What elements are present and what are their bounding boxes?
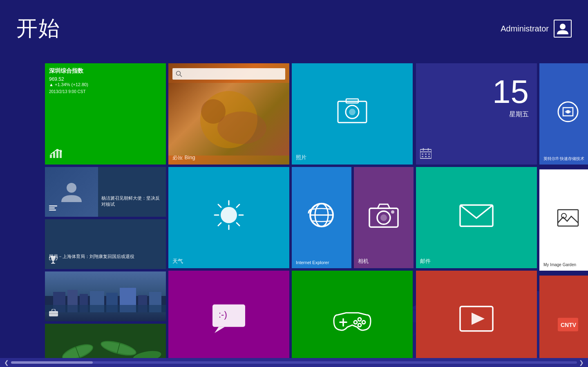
svg-line-51 (237, 205, 239, 207)
svg-text::-): :-) (219, 309, 227, 320)
bing-tile[interactable]: 必应 Bing (168, 63, 289, 165)
svg-point-79 (380, 214, 387, 221)
svg-rect-98 (422, 153, 423, 155)
svg-rect-3 (50, 155, 52, 158)
col-2: 必应 Bing (168, 63, 289, 367)
svg-point-110 (566, 110, 570, 113)
svg-rect-4 (53, 152, 55, 158)
svg-line-49 (218, 205, 221, 207)
calendar-day: 星期五 (509, 110, 529, 119)
svg-point-83 (358, 318, 361, 321)
photo-icon (336, 97, 369, 127)
start-title: 开始 (16, 14, 60, 43)
news-tile-3[interactable] (45, 271, 166, 321)
svg-point-84 (362, 320, 365, 324)
svg-marker-54 (215, 327, 225, 333)
calendar-icon (420, 148, 431, 160)
games-tile[interactable]: 游戏 (292, 271, 413, 367)
user-name: Administrator (501, 24, 549, 33)
search-icon (176, 71, 182, 77)
ie-label: Internet Explorer (296, 260, 329, 265)
svg-rect-13 (51, 263, 55, 264)
camera-tile[interactable]: 相机 (354, 167, 414, 268)
svg-point-86 (354, 320, 357, 324)
svg-point-8 (67, 183, 76, 193)
myimage-tile[interactable]: My Image Garden (539, 169, 588, 271)
myimage-label: My Image Garden (543, 262, 576, 267)
scroll-left-arrow[interactable]: ❮ (4, 359, 9, 366)
finance-value: 969.52 (49, 76, 64, 82)
svg-rect-99 (425, 153, 427, 155)
video-tile[interactable]: 视频 (416, 271, 537, 367)
svg-point-72 (349, 109, 355, 115)
news-tile-2[interactable]: 网易－上海体育局：刘翔康复回国后或退役 (45, 219, 166, 269)
briefcase-icon (49, 309, 58, 318)
bing-image (168, 83, 289, 156)
cntv-tile[interactable]: CNTV CNTV-CBox 客户端 (539, 276, 588, 367)
ie-tile[interactable]: Internet Explorer (292, 167, 351, 268)
intel-skydrive-row: 英特尔® 快速存储技术 SkyDrive (539, 63, 588, 165)
ie-icon (305, 199, 338, 233)
camera-icon (367, 201, 400, 231)
svg-point-44 (221, 207, 237, 223)
svg-rect-10 (49, 207, 55, 209)
svg-rect-9 (49, 205, 57, 207)
finance-date: 2013/2/13 9:00 CST (49, 89, 86, 94)
chart-icon (49, 147, 64, 160)
trophy-icon (49, 255, 57, 266)
svg-rect-102 (425, 156, 427, 157)
table-icon (49, 205, 57, 214)
finance-change: ▲ +1.34% (+12.80) (49, 82, 88, 87)
svg-text:CNTV: CNTV (561, 322, 577, 328)
calendar-number: 15 (492, 76, 529, 108)
scroll-right-arrow[interactable]: ❯ (579, 359, 584, 366)
svg-point-43 (217, 111, 266, 144)
svg-rect-101 (422, 156, 423, 157)
svg-line-50 (237, 223, 239, 226)
svg-point-2 (560, 24, 566, 29)
scrollbar[interactable]: ❮ ❯ (0, 358, 588, 367)
myimage-icon (556, 206, 580, 232)
svg-marker-106 (472, 313, 485, 325)
cntv-upgrade-row: CNTV CNTV-CBox 客户端 2345看图王本元升级 (539, 276, 588, 367)
scroll-thumb[interactable] (11, 361, 93, 364)
camera-label: 相机 (358, 258, 369, 265)
intel-tile[interactable]: 英特尔® 快速存储技术 (539, 63, 588, 165)
message-tile[interactable]: :-) 消息 (168, 271, 289, 367)
mail-label: 邮件 (420, 258, 431, 265)
news-tile-1[interactable]: 杨洁篪召见朝鲜大使：坚决反对核试 (45, 167, 166, 217)
sun-icon (212, 199, 245, 233)
svg-rect-23 (45, 305, 166, 312)
finance-title: 深圳综合指数 (49, 67, 83, 75)
user-section[interactable]: Administrator (501, 20, 572, 38)
finance-tile[interactable]: 深圳综合指数 969.52 ▲ +1.34% (+12.80) 2013/2/1… (45, 63, 166, 165)
svg-rect-12 (52, 262, 54, 263)
gamepad-icon (332, 305, 373, 335)
chat-icon: :-) (210, 302, 247, 337)
mail-tile[interactable]: 邮件 (416, 167, 537, 268)
news-text-1: 杨洁篪召见朝鲜大使：坚决反对核试 (101, 195, 163, 207)
scroll-track[interactable] (11, 361, 577, 364)
svg-line-52 (218, 223, 221, 226)
avatar (554, 20, 572, 38)
building-image (45, 288, 166, 312)
svg-point-85 (358, 323, 361, 327)
calendar-tile[interactable]: 15 星期五 (416, 63, 537, 165)
svg-point-80 (391, 210, 394, 214)
svg-rect-53 (212, 305, 245, 327)
photo-tile[interactable]: 照片 (292, 63, 413, 165)
cntv-icon: CNTV (556, 313, 580, 337)
col-3: 照片 Internet Explorer (292, 63, 414, 367)
intel-label: 英特尔® 快速存储技术 (543, 156, 584, 161)
svg-line-40 (180, 75, 182, 77)
svg-rect-5 (56, 150, 58, 158)
svg-rect-111 (558, 210, 578, 226)
ie-camera-row: Internet Explorer 相机 (292, 167, 414, 268)
weather-tile[interactable]: 天气 (168, 167, 289, 268)
bing-search-bar[interactable] (172, 68, 285, 80)
video-icon (458, 302, 495, 337)
svg-point-39 (177, 71, 181, 76)
col-5: 英特尔® 快速存储技术 SkyDrive (539, 63, 588, 367)
col-4: 15 星期五 (416, 63, 537, 367)
myimage-ijscan-row: My Image Garden IJ Scan Utility (539, 169, 588, 271)
